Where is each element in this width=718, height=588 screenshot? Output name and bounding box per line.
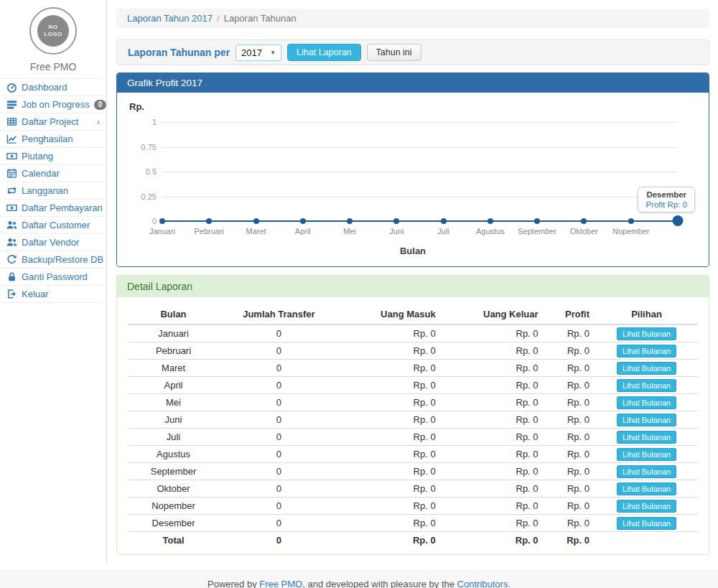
view-report-button[interactable]: Lihat Laporan <box>287 44 360 61</box>
sidebar-item-label: Job on Progress <box>22 99 90 110</box>
view-monthly-button[interactable]: Lihat Bulanan <box>617 465 676 478</box>
footer-link-contributors[interactable]: Contributors. <box>457 579 510 588</box>
view-monthly-button[interactable]: Lihat Bulanan <box>617 414 676 426</box>
chart-tooltip: Desember Profit Rp: 0 <box>638 187 695 213</box>
table-cell-action: Lihat Bulanan <box>595 325 698 342</box>
table-cell: Rp. 0 <box>339 377 442 394</box>
view-monthly-button[interactable]: Lihat Bulanan <box>617 431 676 444</box>
gridline: 1 <box>162 122 678 123</box>
sidebar-item-ganti-password[interactable]: Ganti Password <box>0 269 106 286</box>
table-cell: Rp. 0 <box>339 463 442 480</box>
sidebar-item-keluar[interactable]: Keluar <box>0 286 106 303</box>
sidebar-item-daftar-vendor[interactable]: Daftar Vendor <box>0 234 106 251</box>
y-tick-label: 0.75 <box>129 143 157 151</box>
sidebar-item-label: Penghasilan <box>22 134 100 144</box>
table-cell: Rp. 0 <box>442 342 544 360</box>
view-monthly-button[interactable]: Lihat Bulanan <box>617 345 676 358</box>
tasks-icon <box>6 99 17 110</box>
table-cell: Rp. 0 <box>442 360 544 377</box>
data-point-juli[interactable] <box>441 218 447 224</box>
table-total-cell: 0 <box>219 532 339 549</box>
data-point-januari[interactable] <box>159 218 165 224</box>
view-monthly-button[interactable]: Lihat Bulanan <box>617 362 676 375</box>
view-monthly-button[interactable]: Lihat Bulanan <box>617 327 676 340</box>
table-cell: Rp. 0 <box>544 429 595 446</box>
calendar-icon <box>6 168 17 179</box>
detail-panel-title: Detail Laporan <box>117 276 709 297</box>
retweet-icon <box>6 185 17 196</box>
sidebar-item-daftar-pembayaran[interactable]: Daftar Pembayaran <box>0 200 106 217</box>
sidebar-item-label: Piutang <box>22 151 100 162</box>
breadcrumb-separator: / <box>217 13 220 24</box>
sidebar-item-langganan[interactable]: Langganan <box>0 182 106 200</box>
table-cell: 0 <box>219 342 339 360</box>
data-point-september[interactable] <box>534 218 540 224</box>
table-cell: Rp. 0 <box>544 360 595 377</box>
table-row: Maret0Rp. 0Rp. 0Rp. 0Lihat Bulanan <box>128 360 698 377</box>
caret-down-icon: ▼ <box>270 50 276 56</box>
sidebar-item-label: Ganti Password <box>22 271 100 282</box>
table-cell: 0 <box>219 480 339 498</box>
sidebar-item-piutang[interactable]: Piutang <box>0 148 106 165</box>
sidebar-item-daftar-customer[interactable]: Daftar Customer <box>0 217 106 234</box>
table-cell: Rp. 0 <box>442 480 544 498</box>
sidebar-item-backup-restore-db[interactable]: Backup/Restore DB <box>0 251 106 269</box>
tooltip-title: Desember <box>645 190 687 199</box>
table-cell: Rp. 0 <box>544 394 595 411</box>
sidebar-item-label: Daftar Vendor <box>22 237 100 248</box>
sidebar-item-label: Langganan <box>22 185 100 196</box>
table-cell: Rp. 0 <box>544 463 595 480</box>
profit-series-line <box>162 220 678 222</box>
sidebar-nav: DashboardJob on Progress0Daftar Project‹… <box>0 78 106 303</box>
data-point-nopember[interactable] <box>628 218 634 224</box>
table-cell-action: Lihat Bulanan <box>595 480 698 498</box>
sidebar-item-penghasilan[interactable]: Penghasilan <box>0 131 106 148</box>
view-monthly-button[interactable]: Lihat Bulanan <box>617 517 676 530</box>
data-point-april[interactable] <box>300 218 306 224</box>
data-point-juni[interactable] <box>393 218 399 224</box>
profit-line-chart: Desember Profit Rp: 0 10.750.50.250 Janu… <box>162 122 678 238</box>
data-point-maret[interactable] <box>253 218 259 224</box>
table-row: Januari0Rp. 0Rp. 0Rp. 0Lihat Bulanan <box>128 325 698 342</box>
view-monthly-button[interactable]: Lihat Bulanan <box>617 500 676 513</box>
footer-link-free-pmo[interactable]: Free PMO <box>259 579 302 588</box>
view-monthly-button[interactable]: Lihat Bulanan <box>617 482 676 495</box>
y-tick-label: 0 <box>129 217 157 225</box>
table-cell: Rp. 0 <box>544 480 595 498</box>
logo-block: NO LOGO Free PMO <box>0 0 106 78</box>
breadcrumb-link[interactable]: Laporan Tahun 2017 <box>127 13 213 24</box>
table-cell: Rp. 0 <box>442 498 544 515</box>
year-select[interactable]: 2017 ▼ <box>236 45 281 61</box>
footer-text-middle: , and developed with pleasure by the <box>302 579 457 588</box>
logo-text: NO LOGO <box>42 24 64 39</box>
table-cell: 0 <box>219 360 339 377</box>
logo-ring: NO LOGO <box>29 7 77 55</box>
table-cell: Rp. 0 <box>442 394 544 411</box>
x-tick-label: Pebruari <box>194 227 224 235</box>
plot-area: Desember Profit Rp: 0 10.750.50.250 <box>162 122 678 221</box>
table-cell: Juli <box>128 429 219 446</box>
x-tick-label: Mei <box>343 227 356 235</box>
sidebar-item-daftar-project[interactable]: Daftar Project‹ <box>0 113 106 131</box>
sidebar-item-job-on-progress[interactable]: Job on Progress0 <box>0 96 106 113</box>
data-point-desember[interactable] <box>673 215 684 226</box>
table-cell: Rp. 0 <box>339 446 442 463</box>
table-cell: Rp. 0 <box>339 360 442 377</box>
view-monthly-button[interactable]: Lihat Bulanan <box>617 379 676 392</box>
table-cell-action: Lihat Bulanan <box>595 342 698 360</box>
this-year-button[interactable]: Tahun ini <box>367 44 421 61</box>
table-cell: Rp. 0 <box>544 498 595 515</box>
sidebar-item-dashboard[interactable]: Dashboard <box>0 79 106 96</box>
data-point-mei[interactable] <box>347 218 353 224</box>
data-point-oktober[interactable] <box>581 218 587 224</box>
table-cell: Rp. 0 <box>339 342 442 360</box>
sidebar-item-calendar[interactable]: Calendar <box>0 165 106 182</box>
x-tick-label: Agustus <box>476 227 505 235</box>
table-cell: Rp. 0 <box>442 463 544 480</box>
data-point-pebruari[interactable] <box>206 218 212 224</box>
view-monthly-button[interactable]: Lihat Bulanan <box>617 448 676 461</box>
view-monthly-button[interactable]: Lihat Bulanan <box>617 396 676 409</box>
table-cell: 0 <box>219 515 339 532</box>
data-point-agustus[interactable] <box>488 218 493 224</box>
table-cell-action: Lihat Bulanan <box>595 429 698 446</box>
